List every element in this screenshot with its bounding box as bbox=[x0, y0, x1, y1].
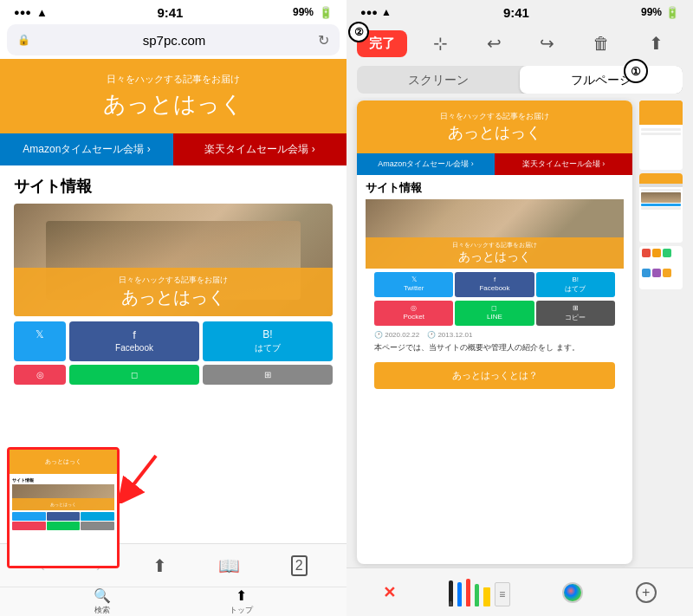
scr-image-overlay: 日々をハックする記事をお届け あっとはっく bbox=[366, 237, 624, 269]
scr-title: あっとはっく bbox=[366, 122, 624, 143]
mini-share-fb bbox=[47, 512, 81, 521]
screenshot-area: 日々をハックする記事をお届け あっとはっく Amazonタイムセール会場 › 楽… bbox=[346, 97, 693, 567]
scr-facebook-icon: f bbox=[494, 276, 495, 283]
site-image-card: 日々をハックする記事をお届け あっとはっく bbox=[14, 204, 333, 316]
search-icon: 🔍 bbox=[94, 587, 111, 604]
tab-screen[interactable]: スクリーン bbox=[357, 66, 520, 94]
sale-buttons: Amazonタイムセール会場 › 楽天タイムセール会場 › bbox=[0, 133, 346, 165]
ruler-tool[interactable]: ≡ bbox=[495, 582, 510, 606]
tabs-icon: 2 bbox=[291, 555, 308, 576]
line-icon: ◻ bbox=[131, 370, 138, 379]
site-info-section: サイト情報 日々をハックする記事をお届け あっとはっく 𝕏 bbox=[0, 165, 346, 392]
top-icon: ⬆ bbox=[236, 587, 247, 604]
amazon-sale-btn[interactable]: Amazonタイムセール会場 › bbox=[0, 133, 173, 165]
share-btn-toolbar[interactable]: ⬆ bbox=[152, 555, 167, 576]
pen-red[interactable] bbox=[466, 579, 470, 606]
rakuten-sale-btn[interactable]: 楽天タイムセール会場 › bbox=[173, 133, 346, 165]
overlay-subtitle: 日々をハックする記事をお届け bbox=[21, 275, 326, 286]
address-bar[interactable]: 🔒 sp7pc.com ↻ bbox=[7, 24, 340, 55]
color-swatch-red bbox=[642, 249, 651, 257]
scr-twitter-icon: 𝕏 bbox=[411, 276, 417, 283]
tabs-btn[interactable]: 2 bbox=[291, 555, 308, 576]
search-btn[interactable]: 🔍 検索 bbox=[94, 587, 111, 616]
mini-share-c bbox=[81, 522, 114, 530]
thumbnail-strip bbox=[639, 101, 683, 564]
scr-pocket-icon: ◎ bbox=[411, 304, 417, 312]
facebook-icon: f bbox=[133, 328, 136, 341]
mini-content: サイト情報 あっとはっく bbox=[10, 474, 117, 566]
scr-site-title: サイト情報 bbox=[366, 180, 624, 196]
scr-hatena-icon: B! bbox=[573, 276, 580, 283]
time-left: 9:41 bbox=[157, 5, 183, 20]
scr-pocket-btn: ◎ Pocket bbox=[374, 301, 453, 326]
tab-full-page[interactable]: フルページ bbox=[520, 66, 683, 94]
scr-sale-row: Amazonタイムセール会場 › 楽天タイムセール会場 › bbox=[357, 153, 632, 175]
copy-share-btn[interactable]: ⊞ bbox=[203, 365, 333, 385]
share-icon-right[interactable]: ⬆ bbox=[649, 33, 664, 54]
facebook-share-btn[interactable]: f Facebook bbox=[69, 321, 199, 361]
undo-icon[interactable]: ↩ bbox=[487, 33, 502, 54]
battery-icon-right: 🔋 bbox=[665, 6, 679, 19]
top-toolbar-right: 完了 ② ⊹ ↩ ↪ 🗑 ⬆ bbox=[346, 24, 693, 62]
thumb-2[interactable] bbox=[639, 173, 683, 243]
time-right: 9:41 bbox=[503, 5, 529, 20]
signal-icon-right: ●●● bbox=[360, 7, 378, 17]
twitter-share-partial[interactable]: 𝕏 bbox=[14, 321, 66, 361]
signal-icon: ●●● bbox=[14, 7, 31, 17]
bookmarks-icon: 📖 bbox=[218, 555, 240, 576]
status-bar-left: ●●● ▲ 9:41 99% 🔋 bbox=[0, 0, 346, 24]
copy-icon: ⊞ bbox=[264, 370, 271, 379]
circle-2-badge: ② bbox=[348, 22, 369, 42]
mini-share-l bbox=[47, 522, 81, 530]
circle-1-badge: ① bbox=[624, 59, 648, 83]
hatena-icon: B! bbox=[262, 328, 272, 340]
pen-black[interactable] bbox=[449, 580, 453, 606]
svg-line-0 bbox=[126, 456, 156, 495]
share-toolbar-icon: ⬆ bbox=[152, 555, 167, 576]
battery-left: 99% bbox=[293, 6, 314, 18]
color-swatch-yellow bbox=[663, 269, 671, 277]
thumb-colorbox bbox=[639, 246, 683, 289]
scr-amazon: Amazonタイムセール会場 › bbox=[357, 153, 495, 175]
right-toolbar-icons: ⊹ ↩ ↪ 🗑 ⬆ bbox=[414, 33, 683, 54]
trash-icon[interactable]: 🗑 bbox=[593, 34, 610, 54]
pocket-icon: ◎ bbox=[36, 370, 44, 379]
hero-title: あっとはっく bbox=[103, 89, 243, 120]
crop-icon[interactable]: ⊹ bbox=[433, 33, 448, 54]
scr-rakuten: 楽天タイムセール会場 › bbox=[495, 153, 632, 175]
scr-overlay-sub: 日々をハックする記事をお届け bbox=[369, 241, 620, 250]
screenshot-main[interactable]: 日々をハックする記事をお届け あっとはっく Amazonタイムセール会場 › 楽… bbox=[357, 101, 632, 564]
redo-icon[interactable]: ↪ bbox=[540, 33, 554, 54]
refresh-icon[interactable]: ↻ bbox=[318, 32, 329, 49]
thumb-1[interactable] bbox=[639, 101, 683, 170]
color-swatch-orange bbox=[652, 249, 661, 257]
scr-site-info: サイト情報 日々をハックする記事をお届け あっとはっく 𝕏 Twitter bbox=[357, 175, 632, 398]
battery-right: 99% bbox=[641, 6, 662, 18]
hatena-share-btn[interactable]: B! はてブ bbox=[203, 321, 333, 361]
pen-green[interactable] bbox=[475, 584, 479, 606]
scr-about-btn[interactable]: あっとはっくとは？ bbox=[374, 362, 615, 389]
pen-yellow-highlighter[interactable] bbox=[483, 587, 490, 606]
pen-group: ≡ bbox=[449, 579, 510, 606]
scr-desc: 本ページでは、当サイトの概要や管理人の紹介をし ます。 bbox=[366, 340, 624, 359]
status-right-left: ●●● ▲ bbox=[360, 6, 392, 18]
done-button[interactable]: 完了 ② bbox=[357, 30, 407, 57]
right-panel: ●●● ▲ 9:41 99% 🔋 完了 ② ⊹ ↩ ↪ 🗑 ⬆ スクリーン フル… bbox=[346, 0, 693, 616]
bookmarks-btn[interactable]: 📖 bbox=[218, 555, 240, 576]
site-image-overlay: 日々をハックする記事をお届け あっとはっく bbox=[14, 268, 333, 316]
search-top-bar: 🔍 検索 ⬆ トップ bbox=[0, 587, 346, 616]
scr-image-card: 日々をハックする記事をお届け あっとはっく bbox=[366, 199, 624, 269]
pocket-share-btn[interactable]: ◎ bbox=[14, 365, 66, 385]
close-annotation-btn[interactable]: ✕ bbox=[383, 583, 396, 602]
line-share-btn[interactable]: ◻ bbox=[69, 365, 199, 385]
color-picker[interactable] bbox=[562, 582, 583, 603]
mini-orange-bar: あっとはっく bbox=[10, 450, 117, 474]
top-btn[interactable]: ⬆ トップ bbox=[230, 587, 253, 616]
add-tool-btn[interactable]: + bbox=[636, 582, 657, 603]
highlight-box: あっとはっく サイト情報 あっとはっく bbox=[7, 447, 120, 568]
scr-orange-hero: 日々をハックする記事をお届け あっとはっく bbox=[357, 101, 632, 153]
mini-title: あっとはっく bbox=[45, 457, 81, 466]
pen-blue[interactable] bbox=[457, 582, 462, 606]
mini-share-p bbox=[12, 522, 46, 530]
scr-facebook-btn: f Facebook bbox=[455, 272, 534, 297]
